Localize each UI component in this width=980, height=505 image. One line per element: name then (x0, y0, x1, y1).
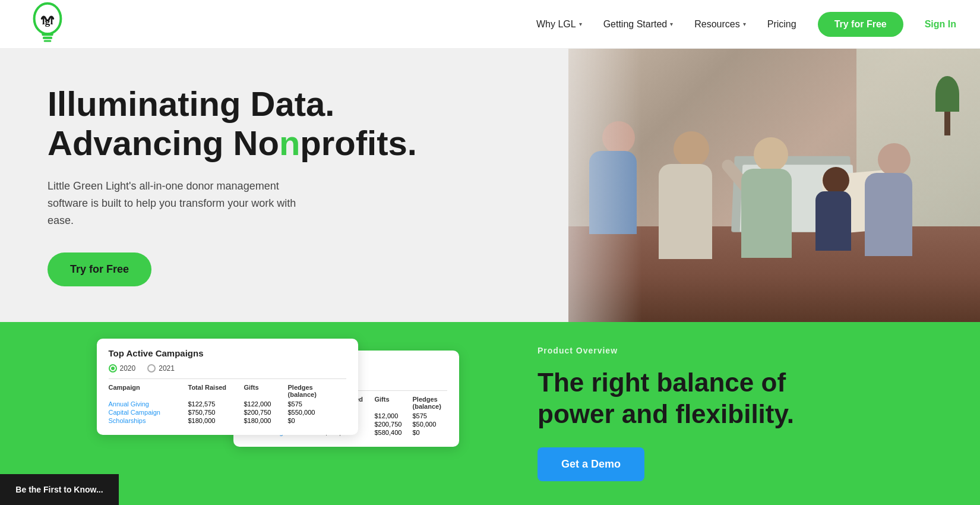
svg-rect-3 (44, 40, 52, 42)
campaigns-card-title: Top Active Campaigns (109, 348, 346, 358)
green-section: Top Active Funds 2020 2021 Fund Total Ra… (0, 322, 980, 505)
table-row: Scholarships $180,000 $180,000 $0 (109, 417, 346, 424)
product-title: The right balance of power and flexibili… (538, 367, 932, 430)
main-nav: Why LGL ▾ Getting Started ▾ Resources ▾ … (536, 12, 956, 37)
nav-why-lgl[interactable]: Why LGL ▾ (536, 19, 582, 30)
hero-photo (568, 49, 980, 322)
svg-text:lgl: lgl (42, 15, 53, 27)
sign-in-button[interactable]: Sign In (925, 19, 956, 30)
hero-title: Illuminating Data. Advancing Nonprofits. (48, 84, 521, 163)
table-row: Annual Giving $122,575 $122,000 $575 (109, 400, 346, 408)
svg-rect-1 (42, 33, 53, 36)
hero-image (568, 49, 980, 322)
table-row: Capital Campaign $750,750 $200,750 $550,… (109, 409, 346, 416)
try-for-free-button[interactable]: Try for Free (818, 12, 903, 37)
get-a-demo-button[interactable]: Get a Demo (538, 447, 644, 481)
logo[interactable]: lgl (24, 1, 71, 48)
hero-try-for-free-button[interactable]: Try for Free (48, 252, 151, 286)
bottom-notification-bar[interactable]: Be the First to Know... (0, 474, 119, 505)
product-overview-label: Product Overview (538, 346, 932, 355)
nav-pricing[interactable]: Pricing (767, 19, 796, 30)
dashboard-cards-container: Top Active Funds 2020 2021 Fund Total Ra… (97, 339, 394, 505)
campaigns-table-header: Campaign Total Raised Gifts Pledges (bal… (109, 384, 346, 398)
hero-section: Illuminating Data. Advancing Nonprofits.… (0, 49, 980, 322)
green-section-right: Product Overview The right balance of po… (490, 322, 980, 505)
header: lgl Why LGL ▾ Getting Started ▾ Resource… (0, 0, 980, 49)
campaigns-year-selector: 2020 2021 (109, 364, 346, 373)
nav-resources[interactable]: Resources ▾ (694, 19, 745, 30)
chevron-down-icon: ▾ (670, 21, 673, 27)
bottom-bar-text: Be the First to Know... (15, 485, 103, 494)
hero-left: Illuminating Data. Advancing Nonprofits.… (0, 49, 568, 322)
chevron-down-icon: ▾ (743, 21, 746, 27)
campaigns-card: Top Active Campaigns 2020 2021 Campaign … (97, 339, 358, 435)
chevron-down-icon: ▾ (579, 21, 582, 27)
campaigns-year-2021[interactable]: 2021 (147, 364, 175, 373)
nav-getting-started[interactable]: Getting Started ▾ (603, 19, 674, 30)
hero-subtitle: Little Green Light's all-in-one donor ma… (48, 178, 297, 229)
campaigns-year-2020[interactable]: 2020 (109, 364, 136, 373)
svg-rect-2 (43, 36, 52, 39)
